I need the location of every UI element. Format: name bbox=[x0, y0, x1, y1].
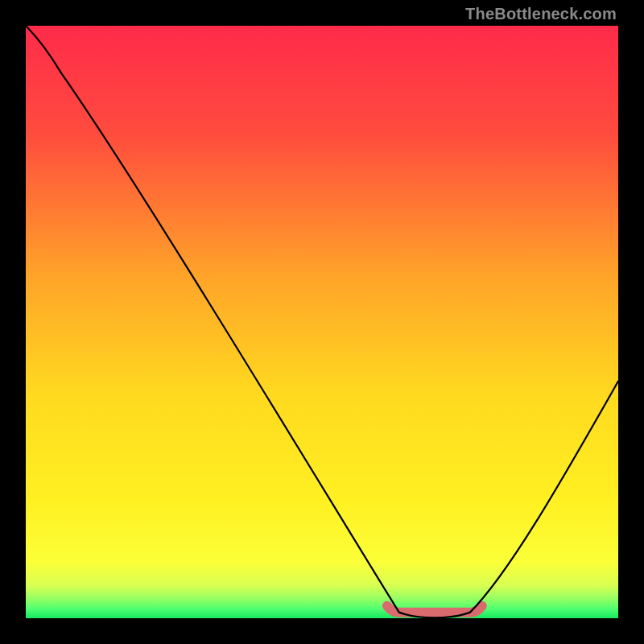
chart-background-gradient bbox=[26, 26, 618, 618]
watermark-text: TheBottleneck.com bbox=[465, 5, 617, 23]
svg-rect-0 bbox=[26, 26, 618, 618]
chart-frame bbox=[26, 26, 618, 618]
